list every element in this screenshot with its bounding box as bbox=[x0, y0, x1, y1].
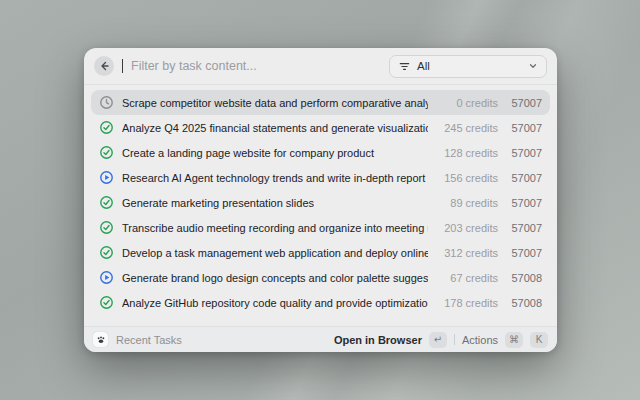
task-row[interactable]: Transcribe audio meeting recording and o… bbox=[91, 215, 550, 240]
return-key-icon[interactable]: ↵ bbox=[429, 332, 447, 348]
task-id: 57007 bbox=[506, 197, 542, 209]
filter-icon bbox=[398, 60, 411, 73]
task-id: 57007 bbox=[506, 122, 542, 134]
footer-bar: Recent Tasks Open in Browser ↵ Actions ⌘… bbox=[84, 326, 557, 352]
task-row[interactable]: Develop a task management web applicatio… bbox=[91, 240, 550, 265]
task-label: Create a landing page website for compan… bbox=[122, 147, 428, 159]
check-circle-icon bbox=[99, 195, 114, 210]
search-input[interactable]: Filter by task content... bbox=[131, 59, 381, 73]
check-circle-icon bbox=[99, 145, 114, 160]
task-credits: 128 credits bbox=[436, 147, 498, 159]
task-credits: 67 credits bbox=[436, 272, 498, 284]
task-label: Transcribe audio meeting recording and o… bbox=[122, 222, 428, 234]
check-circle-icon bbox=[99, 295, 114, 310]
text-caret bbox=[122, 59, 123, 73]
task-label: Scrape competitor website data and perfo… bbox=[122, 97, 428, 109]
app-logo-icon bbox=[93, 332, 108, 347]
arrow-left-icon bbox=[98, 60, 110, 72]
open-in-browser-button[interactable]: Open in Browser bbox=[334, 334, 422, 346]
task-id: 57007 bbox=[506, 172, 542, 184]
task-credits: 89 credits bbox=[436, 197, 498, 209]
check-circle-icon bbox=[99, 220, 114, 235]
back-button[interactable] bbox=[94, 56, 114, 76]
task-id: 57007 bbox=[506, 247, 542, 259]
task-label: Research AI Agent technology trends and … bbox=[122, 172, 428, 184]
play-circle-icon bbox=[99, 270, 114, 285]
clock-icon bbox=[99, 95, 114, 110]
task-label: Develop a task management web applicatio… bbox=[122, 247, 428, 259]
check-circle-icon bbox=[99, 245, 114, 260]
actions-button[interactable]: Actions bbox=[462, 334, 498, 346]
task-row[interactable]: Analyze GitHub repository code quality a… bbox=[91, 290, 550, 315]
task-credits: 178 credits bbox=[436, 297, 498, 309]
task-label: Generate marketing presentation slides bbox=[122, 197, 428, 209]
task-id: 57007 bbox=[506, 147, 542, 159]
task-label: Analyze Q4 2025 financial statements and… bbox=[122, 122, 428, 134]
task-list: Scrape competitor website data and perfo… bbox=[84, 85, 557, 326]
task-row[interactable]: Scrape competitor website data and perfo… bbox=[91, 90, 550, 115]
footer-divider bbox=[454, 334, 455, 345]
task-credits: 312 credits bbox=[436, 247, 498, 259]
task-label: Generate brand logo design concepts and … bbox=[122, 272, 428, 284]
task-row[interactable]: Research AI Agent technology trends and … bbox=[91, 165, 550, 190]
task-credits: 245 credits bbox=[436, 122, 498, 134]
chevron-down-icon bbox=[528, 61, 538, 71]
task-id: 57008 bbox=[506, 297, 542, 309]
play-circle-icon bbox=[99, 170, 114, 185]
command-key-icon: ⌘ bbox=[505, 332, 523, 348]
task-row[interactable]: Analyze Q4 2025 financial statements and… bbox=[91, 115, 550, 140]
k-key-icon: K bbox=[530, 332, 548, 348]
command-palette-window: Filter by task content... All bbox=[84, 48, 557, 352]
task-row[interactable]: Generate brand logo design concepts and … bbox=[91, 265, 550, 290]
task-credits: 156 credits bbox=[436, 172, 498, 184]
footer-title: Recent Tasks bbox=[116, 334, 182, 346]
filter-dropdown[interactable]: All bbox=[389, 55, 547, 78]
task-row[interactable]: Generate marketing presentation slides 8… bbox=[91, 190, 550, 215]
filter-dropdown-value: All bbox=[417, 60, 430, 72]
task-credits: 203 credits bbox=[436, 222, 498, 234]
task-id: 57007 bbox=[506, 97, 542, 109]
task-row[interactable]: Create a landing page website for compan… bbox=[91, 140, 550, 165]
task-id: 57008 bbox=[506, 272, 542, 284]
task-id: 57007 bbox=[506, 222, 542, 234]
check-circle-icon bbox=[99, 120, 114, 135]
task-credits: 0 credits bbox=[436, 97, 498, 109]
filter-bar: Filter by task content... All bbox=[84, 48, 557, 85]
task-label: Analyze GitHub repository code quality a… bbox=[122, 297, 428, 309]
